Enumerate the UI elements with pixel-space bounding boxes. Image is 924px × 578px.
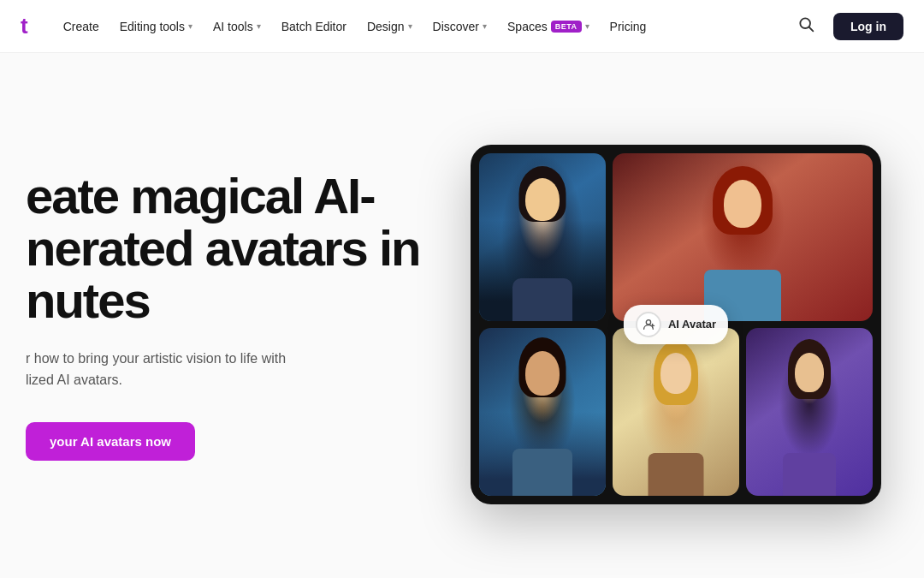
svg-point-2 [646, 319, 650, 324]
avatar-card-2 [613, 153, 873, 321]
brand-logo[interactable]: t [21, 13, 27, 39]
avatar-card-3 [479, 328, 606, 496]
nav-item-batch-editor-label: Batch Editor [281, 20, 346, 33]
nav-item-create[interactable]: Create [55, 15, 108, 39]
navbar: t Create Editing tools ▾ AI tools ▾ Batc… [0, 0, 924, 53]
svg-line-1 [809, 27, 814, 32]
hero-title: eate magical AI- nerated avatars in nute… [26, 170, 462, 327]
chevron-down-icon: ▾ [188, 21, 192, 31]
nav-item-spaces[interactable]: Spaces BETA ▾ [499, 15, 598, 39]
avatar-grid: AI Avatar [471, 145, 881, 504]
nav-item-discover[interactable]: Discover ▾ [424, 15, 495, 39]
hero-cta-button[interactable]: your AI avatars now [26, 422, 195, 461]
search-button[interactable] [792, 10, 820, 42]
login-button[interactable]: Log in [833, 13, 903, 40]
nav-item-design[interactable]: Design ▾ [358, 15, 421, 39]
ai-avatar-tooltip: AI Avatar [624, 305, 728, 344]
chevron-down-icon: ▾ [408, 21, 412, 31]
nav-item-discover-label: Discover [433, 20, 479, 33]
beta-badge: BETA [551, 21, 582, 33]
avatar-plus-icon [636, 312, 661, 337]
nav-item-editing-tools[interactable]: Editing tools ▾ [111, 15, 201, 39]
chevron-down-icon: ▾ [257, 21, 261, 31]
nav-item-pricing[interactable]: Pricing [601, 15, 655, 39]
ai-avatar-label: AI Avatar [668, 318, 716, 331]
nav-items: Create Editing tools ▾ AI tools ▾ Batch … [55, 15, 792, 39]
nav-item-ai-tools[interactable]: AI tools ▾ [204, 15, 270, 39]
chevron-down-icon: ▾ [483, 21, 487, 31]
nav-item-editing-tools-label: Editing tools [120, 20, 185, 33]
avatar-card-5 [746, 328, 873, 496]
avatar-card-1 [479, 153, 606, 321]
hero-image-panel: AI Avatar [462, 53, 924, 578]
nav-item-pricing-label: Pricing [610, 20, 647, 33]
nav-item-batch-editor[interactable]: Batch Editor [273, 15, 355, 39]
chevron-down-icon: ▾ [585, 21, 589, 31]
nav-item-spaces-label: Spaces [507, 20, 548, 33]
nav-item-design-label: Design [367, 20, 405, 33]
nav-right: Log in [792, 10, 903, 42]
hero-content: eate magical AI- nerated avatars in nute… [17, 170, 462, 461]
nav-item-create-label: Create [63, 20, 99, 33]
hero-section: eate magical AI- nerated avatars in nute… [0, 53, 924, 578]
nav-item-ai-tools-label: AI tools [213, 20, 253, 33]
hero-subtitle: r how to bring your artistic vision to l… [26, 348, 351, 391]
avatar-card-4 [613, 328, 739, 496]
